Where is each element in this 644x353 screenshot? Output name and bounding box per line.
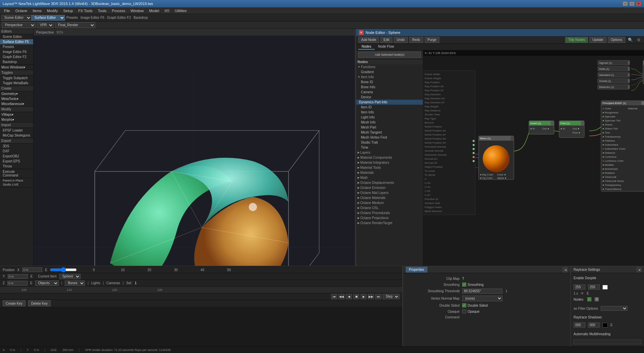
tree-mesh-part[interactable]: Mesh Part — [356, 125, 423, 130]
add-node-button[interactable]: Add Node — [358, 37, 379, 43]
tree-camera[interactable]: Camera — [356, 90, 423, 95]
tree-bone-id[interactable]: Bone ID — [356, 80, 423, 85]
shadow-r-input[interactable] — [574, 322, 585, 327]
tree-mesh-vertex-find[interactable]: Mesh Vertex Find — [356, 135, 423, 140]
tree-material-components[interactable]: Material Components — [356, 155, 423, 160]
opaque-checkbox[interactable]: Opaque — [462, 309, 480, 313]
tree-octane-mat-layers[interactable]: Octane Mat Layers — [356, 190, 423, 195]
sidebar-toggle-metaballs[interactable]: Toggle MetaBalls — [0, 81, 33, 86]
add-selected-node-button[interactable]: Add Selected Node(s) — [358, 52, 421, 58]
window-controls[interactable]: ─ □ ✕ — [623, 1, 641, 6]
sidebar-item-presets[interactable]: Presets — [0, 44, 33, 49]
menu-io[interactable]: I/O — [162, 8, 172, 13]
vertex-normal-map-select[interactable]: (none) — [462, 296, 502, 301]
node-editor-close-button[interactable]: ✕ — [359, 30, 364, 35]
tree-device[interactable]: Device — [356, 95, 423, 100]
tree-dynamics-part-info[interactable]: Dynamics Part Info — [356, 100, 423, 105]
menu-window[interactable]: Window — [128, 8, 146, 13]
tree-bone-info[interactable]: Bone Info — [356, 85, 423, 90]
tree-gradient[interactable]: Gradient — [356, 69, 423, 74]
shadow-color-swatch[interactable] — [602, 323, 608, 327]
sidebar-mocap[interactable]: MoCap Skelegons — [0, 133, 33, 138]
menu-items[interactable]: Items — [30, 8, 44, 13]
go-start-button[interactable]: ⏮ — [331, 294, 337, 299]
tree-light-info[interactable]: Light Info — [356, 115, 423, 120]
go-end-button[interactable]: ⏭ — [375, 294, 381, 299]
tree-octane-projections[interactable]: Octane Projections — [356, 215, 423, 220]
stop-button[interactable]: ⏹ — [353, 294, 359, 299]
menu-modify[interactable]: Modify — [44, 8, 60, 13]
sidebar-3ds[interactable]: 3DS — [0, 144, 33, 149]
x-slider[interactable] — [50, 267, 77, 272]
menu-fx[interactable]: FX Tools — [75, 8, 95, 13]
play-reverse-button[interactable]: ◀ — [346, 294, 352, 299]
sidebar-export-eps[interactable]: Export EPS — [0, 159, 33, 164]
standard-node[interactable]: Standard (1) — [598, 72, 630, 77]
tree-material-tools[interactable]: Material Tools — [356, 165, 423, 170]
menu-octane[interactable]: Octane — [13, 8, 30, 13]
prev-frame-button[interactable]: ◀◀ — [338, 294, 344, 299]
unreal-node[interactable]: Unreal (1) — [598, 79, 630, 83]
mixer-node[interactable]: Mixer (1) ● Big Color Color ● — [479, 136, 514, 180]
undo-button[interactable]: Undo — [394, 37, 408, 43]
tree-octane-displacements[interactable]: Octane Displacements — [356, 180, 423, 185]
sidebar-item-graph-editor[interactable]: Graph Editor F2 — [0, 54, 33, 59]
vpr-select[interactable]: VPR — [37, 22, 54, 28]
properties-tab[interactable]: Properties — [406, 267, 427, 272]
options-button[interactable]: Options — [608, 37, 625, 43]
bones-select[interactable]: Bones — [65, 281, 85, 286]
update-button[interactable]: Update — [589, 37, 606, 43]
principled-bsdf-node[interactable]: Principled BSDF (1) ● Color Material ● R… — [601, 101, 644, 191]
edit-button[interactable]: Edit — [380, 37, 392, 43]
tree-math[interactable]: Math — [356, 175, 423, 180]
menu-model[interactable]: Model — [146, 8, 162, 13]
play-button[interactable]: ▶ — [361, 294, 367, 299]
tree-item-info[interactable]: Item Info — [356, 74, 423, 80]
tree-mesh-tangent[interactable]: Mesh Tangent — [356, 130, 423, 135]
y-position-input[interactable] — [8, 274, 28, 279]
tree-octane-medium[interactable]: Octane Medium — [356, 200, 423, 205]
tree-octane-materials[interactable]: Octane Materials — [356, 195, 423, 200]
tree-layers[interactable]: Layers — [356, 150, 423, 155]
minimize-button[interactable]: ─ — [623, 1, 628, 6]
double-sided-checkbox[interactable]: ✓ Double Sided — [462, 303, 488, 307]
render-select[interactable]: Final_Render — [55, 22, 95, 28]
tree-material-integrators[interactable]: Material Integrators — [356, 160, 423, 165]
next-frame-button[interactable]: ▶▶ — [368, 294, 374, 299]
sidebar-epsf-loader[interactable]: EPSF Loader — [0, 128, 33, 133]
z-position-input[interactable] — [7, 281, 28, 286]
tree-item-id[interactable]: Item ID — [356, 105, 423, 110]
miscellaneous-dropdown[interactable]: Miscellaneous — [0, 101, 33, 106]
view-select[interactable]: Perspective — [2, 22, 36, 28]
smoothing-checkbox[interactable]: ✓ Smoothing — [462, 283, 484, 287]
sidebar-parent-in-place[interactable]: Parent in Place Studio LIVE — [0, 178, 33, 187]
delta-node[interactable]: Delta (1) — [598, 66, 630, 71]
tree-octane-procedurals[interactable]: Octane Procedurals — [356, 210, 423, 215]
tree-mesh-info[interactable]: Mesh Info — [356, 120, 423, 125]
tree-time[interactable]: Time — [356, 145, 423, 150]
dielectric-node[interactable]: Dielectric (1) — [598, 85, 630, 89]
raytrace-toggle-button[interactable]: ◀ — [637, 267, 641, 272]
geometry-dropdown[interactable]: Geometry — [0, 91, 33, 96]
sidebar-item-backdrop[interactable]: Backdrop — [0, 59, 33, 64]
surface-editor-select[interactable]: Surface Editor — [32, 15, 65, 21]
nodes-checkmark[interactable]: ✓ — [587, 297, 591, 301]
sidebar-execute-command[interactable]: Execute Command — [0, 169, 33, 178]
redo-button[interactable]: Redo — [409, 37, 423, 43]
sidebar-dxf[interactable]: DXF — [0, 149, 33, 154]
color-swatch[interactable] — [602, 285, 608, 290]
step-select[interactable]: Step — [383, 294, 399, 299]
filter-options-select[interactable] — [601, 306, 628, 311]
x-position-input[interactable] — [22, 267, 42, 272]
menu-utilities[interactable]: Utilities — [172, 8, 189, 13]
sidebar-item-scene-editor[interactable]: Scene Editor — [0, 34, 33, 39]
nodes-settings-icon[interactable]: ⚙ — [595, 297, 599, 301]
tab-node-flow[interactable]: Node Flow — [375, 44, 397, 50]
sidebar-exportobj[interactable]: ExportOBJ — [0, 154, 33, 159]
pow-node[interactable]: Pow (1) ● In Out ● Pow ● — [559, 121, 584, 138]
current-item-select[interactable]: Sphere — [59, 274, 80, 279]
g-input[interactable] — [588, 285, 600, 290]
create-key-button[interactable]: Create Key — [3, 300, 25, 306]
sidebar-toggle-subpatch[interactable]: Toggle Subpatch — [0, 75, 33, 81]
close-button[interactable]: ✕ — [636, 1, 641, 6]
